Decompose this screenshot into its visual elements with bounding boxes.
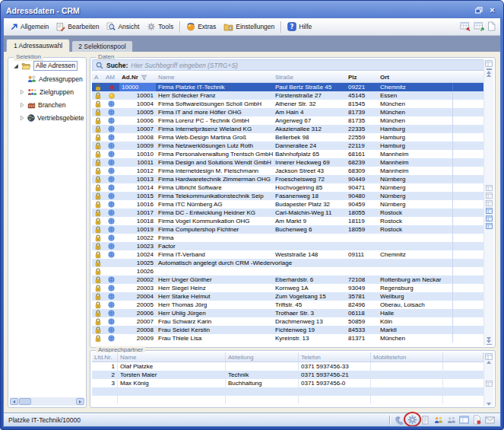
table-export-button[interactable] — [474, 21, 484, 33]
address-row[interactable]: 10025Automatisch angelegt durch CRM -Wie… — [92, 259, 483, 267]
contact-empty-row[interactable] — [92, 387, 483, 396]
address-row[interactable]: 10005Firma IT and more Höfler OHGAm Hain… — [92, 108, 483, 116]
col-header-a[interactable]: A — [92, 74, 103, 81]
tree-expander-icon[interactable] — [18, 89, 25, 95]
tree-item-vertriebsgebiete[interactable]: Vertriebsgebiete — [10, 111, 84, 124]
address-row[interactable]: 10014Firma Ulbricht SoftwareHochvogelrin… — [92, 183, 483, 192]
view-option-icon[interactable] — [486, 200, 493, 206]
contact-row[interactable]: 1Olaf Platzke0371 5937456-33 — [92, 362, 483, 371]
menu-hilfe[interactable]: ?Hilfe — [284, 21, 315, 33]
address-row[interactable]: 10010Firma Personalverwaltung Trentsch G… — [92, 150, 483, 158]
contact-empty-row[interactable] — [92, 396, 483, 404]
address-row[interactable]: 20004Herr Starke HelmutZum Vogelsang 153… — [92, 292, 483, 301]
scroll-up-button[interactable] — [487, 361, 491, 364]
col-header-mobiltelefon[interactable]: Mobiltelefon — [371, 352, 443, 362]
address-row[interactable]: 10006Firma Lorenz PC - Technik GmbHAnger… — [92, 116, 483, 125]
address-row[interactable]: 10011Firma Design and Solutions Wendt Gm… — [92, 158, 483, 167]
tree-item-zielgruppen[interactable]: Zielgruppen — [10, 85, 84, 98]
col-header-am[interactable]: AM — [103, 74, 119, 81]
close-button[interactable]: × — [487, 5, 498, 15]
tree-item-branchen[interactable]: Branchen — [10, 98, 84, 111]
address-row[interactable]: 10007Firma Internetpräsenz Wieland KGAka… — [92, 125, 483, 133]
scroll-down-button[interactable] — [487, 403, 491, 406]
menu-allgemein[interactable]: Allgemein — [6, 21, 52, 33]
col-header-telefon[interactable]: Telefon — [299, 352, 371, 362]
column-chooser-icon[interactable] — [485, 60, 493, 67]
col-header-strasse[interactable]: Straße — [273, 74, 346, 81]
table-import-button[interactable] — [460, 21, 471, 33]
tree-expander-icon[interactable] — [12, 63, 19, 69]
col-header-adnr[interactable]: Ad.Nr — [119, 74, 156, 81]
address-row[interactable]: 20005Herr Thomas JörgTriftstr. 4582496Ob… — [92, 301, 483, 309]
address-groups-button[interactable] — [445, 414, 457, 425]
address-row[interactable]: 10009Firma Netzwerklösungen Lutz RothDan… — [92, 142, 483, 150]
address-row[interactable]: 10001Herr Schlecker FranzFürstenstraße 2… — [92, 91, 483, 100]
tree-expander-icon[interactable] — [18, 115, 25, 121]
scroll-top-button[interactable] — [487, 68, 492, 70]
scrollbar-thumb[interactable] — [19, 398, 31, 405]
col-header-kname[interactable]: Name — [118, 352, 226, 362]
address-row[interactable]: 20003Herr Siegel HeinzKornweg 1A93049Reg… — [92, 284, 483, 292]
document-stamp-button[interactable] — [471, 414, 483, 425]
column-chooser-icon[interactable] — [485, 353, 493, 360]
view-option-icon[interactable] — [486, 193, 493, 199]
scroll-bottom-button[interactable] — [487, 344, 492, 346]
contact-row[interactable]: 2Torsten MaierTechnik0371 5937456-21 — [92, 371, 483, 379]
scroll-left-button[interactable] — [10, 398, 18, 405]
tree-item-adressgruppen[interactable]: Adressgruppen — [10, 72, 84, 85]
view-option-icon[interactable] — [486, 185, 493, 191]
col-header-ort[interactable]: Ort — [378, 74, 452, 81]
address-row[interactable]: 10016Firma ITC Nürnberg AGBudapester Pla… — [92, 200, 483, 209]
address-row[interactable]: 10022Firma — [92, 234, 483, 242]
address-row[interactable]: 20007Frau Schwarz KarinDrachmenweg 13508… — [92, 317, 483, 326]
tab-2-selektionspool[interactable]: 2 Selektionspool — [71, 40, 132, 52]
scroll-right-button[interactable] — [76, 398, 84, 405]
menu-bearbeiten[interactable]: Bearbeiten — [52, 21, 103, 33]
address-row[interactable]: 10004Firma Softwarelösungen Scholl GmbHA… — [92, 100, 483, 108]
address-row[interactable]: 10018Firma Vogel Kommunikation OHGAm Mar… — [92, 217, 483, 225]
notes-list-button[interactable] — [420, 414, 431, 425]
contact-row[interactable]: 3Max KönigBuchhaltung0371 5937456-0 — [92, 379, 483, 387]
col-header-abteilung[interactable]: Abteilung — [226, 352, 299, 362]
scroll-down-button[interactable] — [487, 340, 491, 343]
address-row[interactable]: 10008Firma Web-Design Martina GroßBeller… — [92, 133, 483, 142]
address-row[interactable]: 10019Firma Computershop FichtnerBuchenwe… — [92, 225, 483, 234]
view-option-icon[interactable] — [486, 223, 493, 229]
address-row[interactable]: 20008Frau Seidel KerstinFichtenweg 19845… — [92, 326, 483, 334]
grid-scroll-rail[interactable] — [483, 59, 493, 346]
title-bar[interactable]: Adressdaten - CRM × — [3, 3, 501, 18]
contact-persons-button[interactable] — [433, 414, 444, 425]
address-row[interactable]: 20002Herr Unger GüntherEberhardstr. 6721… — [92, 276, 483, 284]
view-option-icon[interactable] — [486, 208, 493, 214]
address-row[interactable]: 10017Firma DC - Entwicklung Heidner KGCa… — [92, 209, 483, 217]
address-row[interactable]: 10012Firma Internetdesign M. Fleischmann… — [92, 167, 483, 175]
detail-window-button[interactable] — [458, 414, 470, 425]
address-row[interactable]: 10023Factor — [92, 242, 483, 250]
address-row[interactable]: 20006Herr Uhlig JürgenTrothaer Str. 3061… — [92, 309, 483, 317]
filter-funnel-icon[interactable] — [141, 75, 147, 81]
settings-gear-button[interactable] — [407, 414, 418, 425]
address-row[interactable]: 10015Firma Telekommunikationstechnik Sei… — [92, 192, 483, 200]
contacts-scroll-rail[interactable] — [483, 352, 493, 406]
tree-expander-icon[interactable] — [18, 102, 25, 108]
menu-ansicht[interactable]: Ansicht — [103, 21, 143, 33]
tree-item-alle-adressen[interactable]: Alle Adressen — [10, 59, 84, 72]
address-row[interactable]: 20009Frau Thiele LisaKyreinstr. 1381371M… — [92, 334, 483, 342]
menu-extras[interactable]: Extras — [182, 21, 220, 33]
view-option-icon[interactable] — [486, 381, 493, 387]
tree-horizontal-scrollbar[interactable] — [10, 397, 84, 406]
menu-tools[interactable]: Tools — [143, 21, 177, 33]
address-row[interactable]: 10013Firma Hardwaretechnik Zimmerman OHG… — [92, 175, 483, 183]
envelope-button[interactable] — [484, 414, 496, 425]
address-row[interactable]: 10026 — [92, 267, 483, 276]
col-header-plz[interactable]: Plz — [346, 74, 378, 81]
new-document-button[interactable] — [487, 21, 496, 33]
record-up-button[interactable] — [487, 74, 491, 77]
view-option-icon[interactable] — [486, 215, 493, 221]
col-header-name[interactable]: Name — [156, 74, 273, 81]
tab-1-adressauswahl[interactable]: 1 Adressauswahl — [6, 39, 70, 52]
menu-einstellungen[interactable]: Einstellungen — [220, 21, 278, 33]
address-row[interactable]: 10024Firma IT-VerbandWeststraße 14809111… — [92, 250, 483, 259]
address-row[interactable]: 10000Firma Platzke IT-TechnikPaul Bertz … — [92, 83, 483, 91]
restore-button[interactable] — [473, 5, 484, 15]
